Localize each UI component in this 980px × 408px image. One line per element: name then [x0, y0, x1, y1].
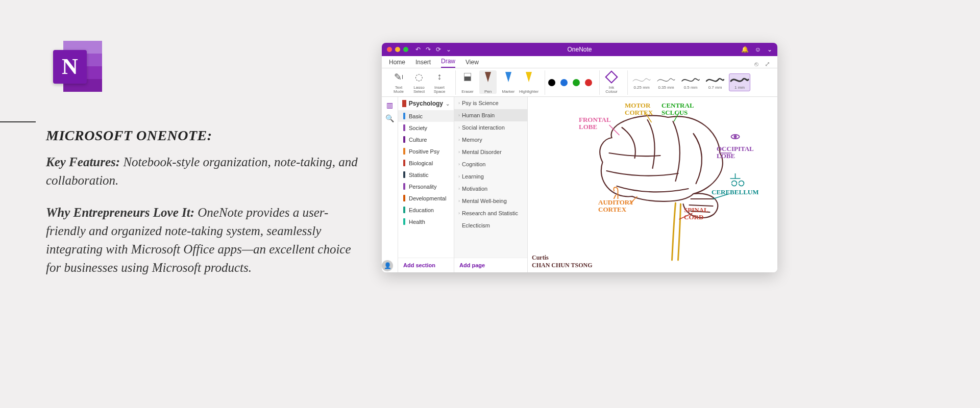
tab-draw[interactable]: Draw	[441, 58, 455, 68]
section-item[interactable]: Education	[398, 204, 454, 216]
eraser-button[interactable]: Eraser	[459, 70, 476, 94]
brain-annotation: SPINALCORD	[684, 207, 708, 220]
colour-swatch[interactable]	[548, 79, 555, 86]
page-item[interactable]: ›Memory	[454, 134, 527, 146]
sections-panel: Psychology ⌄ BasicSocietyCulturePositive…	[398, 97, 454, 272]
tab-view[interactable]: View	[465, 59, 479, 68]
window-title: OneNote	[567, 46, 592, 53]
section-item[interactable]: Personality	[398, 181, 454, 192]
window-close-button[interactable]	[387, 47, 392, 52]
redo-icon[interactable]: ↷	[426, 46, 431, 53]
lasso-select-button[interactable]: ◌LassoSelect	[410, 70, 428, 94]
divider-line	[0, 121, 36, 122]
share-icon[interactable]: ⎋	[754, 60, 758, 68]
page-item[interactable]: ›Cognition	[454, 158, 527, 170]
tab-insert[interactable]: Insert	[415, 59, 431, 68]
section-item[interactable]: Society	[398, 122, 454, 134]
chevron-down-icon: ⌄	[446, 101, 450, 107]
key-features-paragraph: Key Features: Notebook-style organizatio…	[46, 153, 362, 190]
colour-swatch[interactable]	[585, 79, 592, 86]
onenote-window: ↶ ↷ ⟳ ⌄ OneNote 🔔 ☺ ⌄ HomeInsertDrawView…	[382, 43, 777, 272]
brain-annotation: AUDITORYCORTEX	[598, 199, 634, 213]
thickness-option[interactable]: 0.7 mm	[704, 74, 726, 91]
product-heading: MICROSOFT ONENOTE:	[46, 128, 362, 144]
page-item[interactable]: ›Mental Disorder	[454, 146, 527, 158]
notifications-icon[interactable]: 🔔	[741, 46, 749, 53]
pen-button[interactable]: Pen	[479, 70, 497, 94]
thickness-option[interactable]: 1 mm	[729, 73, 750, 91]
brain-annotation: CEREBELLUM	[712, 189, 758, 196]
ink-colour-button[interactable]: InkColour	[603, 70, 620, 94]
thickness-option[interactable]: 0.35 mm	[655, 74, 677, 91]
svg-point-1	[734, 136, 737, 138]
onenote-logo: N	[46, 41, 107, 97]
credit-name1: Curtis	[532, 254, 592, 262]
page-item[interactable]: ›Human Brain	[454, 109, 527, 121]
search-icon[interactable]: 🔍	[385, 114, 394, 122]
window-maximize-button[interactable]	[403, 47, 408, 52]
page-item[interactable]: ›Psy is Science	[454, 97, 527, 109]
notebooks-icon[interactable]: ▥	[386, 101, 393, 109]
section-item[interactable]: Biological	[398, 157, 454, 169]
page-item[interactable]: ›Research and Statistic	[454, 207, 527, 219]
brain-annotation: CENTRALSCLCUS	[662, 102, 694, 116]
section-item[interactable]: Health	[398, 216, 454, 227]
page-item[interactable]: ›Learning	[454, 170, 527, 183]
section-item[interactable]: Statistic	[398, 169, 454, 181]
ink-colour-swatches	[548, 79, 592, 86]
why-love-label: Why Entrepreneurs Love It:	[46, 206, 194, 219]
user-avatar[interactable]: 👤	[382, 260, 393, 271]
ribbon: ✎I TextMode ◌LassoSelect ↕InsertSpace Er…	[382, 68, 777, 97]
why-love-paragraph: Why Entrepreneurs Love It: OneNote provi…	[46, 203, 362, 277]
titlebar: ↶ ↷ ⟳ ⌄ OneNote 🔔 ☺ ⌄	[382, 43, 777, 56]
page-item[interactable]: ›Social interaction	[454, 121, 527, 134]
key-features-label: Key Features:	[46, 155, 120, 169]
note-canvas[interactable]: MOTORCORTEXCENTRALSCLCUSFRONTALLOBEOCCIP…	[528, 97, 777, 272]
ribbon-tabs: HomeInsertDrawView ⎋ ⤢	[382, 56, 777, 68]
brain-annotation: FRONTALLOBE	[579, 116, 611, 130]
thickness-option[interactable]: 0.25 mm	[631, 74, 652, 91]
tab-home[interactable]: Home	[389, 59, 405, 68]
undo-icon[interactable]: ↶	[415, 46, 421, 53]
brain-annotation: MOTORCORTEX	[625, 102, 653, 116]
pen-thickness-group: 0.25 mm0.35 mm0.5 mm0.7 mm1 mm	[627, 70, 753, 95]
notebook-selector[interactable]: Psychology ⌄	[398, 97, 454, 110]
section-item[interactable]: Culture	[398, 134, 454, 145]
colour-swatch[interactable]	[560, 79, 568, 86]
left-rail: ▥ 🔍	[382, 97, 398, 272]
feedback-icon[interactable]: ☺	[755, 46, 761, 53]
notebook-name: Psychology	[409, 100, 443, 107]
insert-space-button[interactable]: ↕InsertSpace	[431, 70, 448, 94]
page-item[interactable]: ›Eclecticism	[454, 219, 527, 232]
onenote-logo-letter: N	[53, 50, 87, 84]
account-chevron-icon[interactable]: ⌄	[767, 46, 772, 53]
text-mode-button[interactable]: ✎I TextMode	[390, 70, 407, 94]
pages-panel: ›Psy is Science›Human Brain›Social inter…	[454, 97, 528, 272]
marker-button[interactable]: Marker	[500, 70, 517, 94]
section-item[interactable]: Positive Psy	[398, 145, 454, 157]
page-item[interactable]: ›Motivation	[454, 183, 527, 195]
brain-annotation: OCCIPITALLOBE	[717, 145, 754, 159]
thickness-option[interactable]: 0.5 mm	[680, 74, 701, 91]
window-minimize-button[interactable]	[395, 47, 400, 52]
section-item[interactable]: Developmental	[398, 192, 454, 204]
colour-swatch[interactable]	[573, 79, 580, 86]
sync-icon[interactable]: ⟳	[436, 46, 441, 53]
add-page-button[interactable]: Add page	[454, 258, 527, 272]
add-section-button[interactable]: Add section	[398, 258, 454, 272]
credit-name2: CHAN CHUN TSONG	[532, 262, 592, 269]
highlighter-button[interactable]: Highlighter	[520, 70, 537, 94]
fullscreen-icon[interactable]: ⤢	[765, 60, 770, 68]
canvas-credit: Curtis CHAN CHUN TSONG	[532, 254, 592, 269]
section-item[interactable]: Basic	[398, 110, 454, 122]
notebook-icon	[402, 100, 406, 107]
page-item[interactable]: ›Mental Well-being	[454, 195, 527, 207]
brain-drawing	[528, 97, 777, 272]
titlebar-more-icon[interactable]: ⌄	[446, 46, 451, 53]
